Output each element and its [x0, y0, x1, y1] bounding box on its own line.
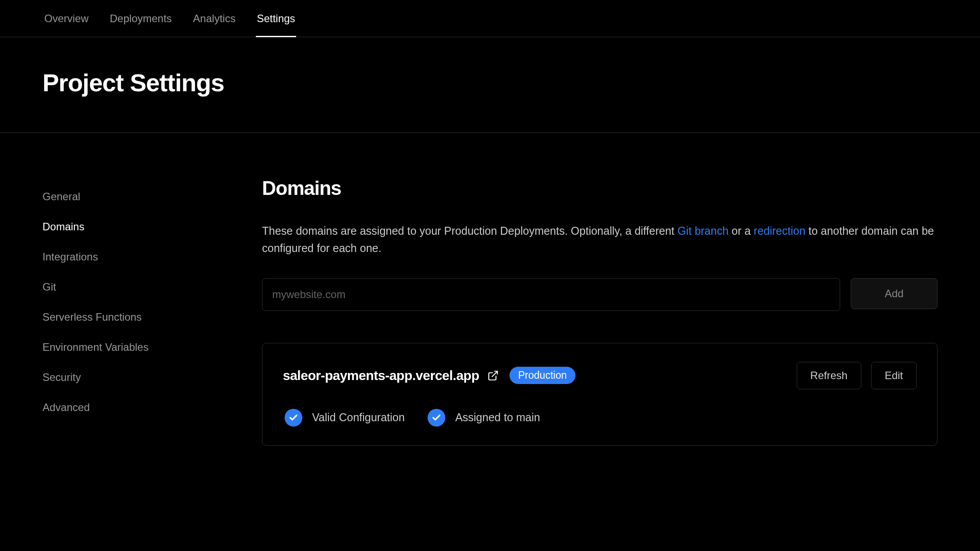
section-title: Domains [262, 177, 938, 199]
production-badge: Production [509, 367, 576, 384]
sidebar-item-general[interactable]: General [42, 182, 262, 212]
add-button[interactable]: Add [851, 278, 938, 309]
tab-settings[interactable]: Settings [257, 1, 295, 36]
description-text-mid: or a [729, 225, 754, 237]
tab-deployments[interactable]: Deployments [110, 1, 172, 36]
section-description: These domains are assigned to your Produ… [262, 222, 938, 257]
sidebar-item-advanced[interactable]: Advanced [42, 392, 262, 423]
domain-name[interactable]: saleor-payments-app.vercel.app [283, 368, 479, 383]
edit-button[interactable]: Edit [871, 362, 917, 389]
content: General Domains Integrations Git Serverl… [0, 133, 980, 446]
domain-status-row: Valid Configuration Assigned to main [283, 409, 917, 427]
sidebar-item-serverless-functions[interactable]: Serverless Functions [42, 302, 262, 332]
description-text-pre: These domains are assigned to your Produ… [262, 225, 677, 237]
link-redirection[interactable]: redirection [754, 225, 806, 237]
domain-input[interactable] [262, 278, 840, 311]
domain-card: saleor-payments-app.vercel.app Productio… [262, 343, 938, 446]
domain-card-left: saleor-payments-app.vercel.app Productio… [283, 367, 575, 384]
page-title: Project Settings [42, 68, 938, 97]
domain-card-header: saleor-payments-app.vercel.app Productio… [283, 362, 917, 389]
check-circle-icon [285, 409, 302, 427]
sidebar-item-git[interactable]: Git [42, 272, 262, 302]
external-link-icon[interactable] [487, 370, 499, 381]
status-valid-configuration: Valid Configuration [285, 409, 405, 427]
page-title-section: Project Settings [0, 37, 980, 133]
status-text: Valid Configuration [312, 411, 405, 424]
main: Domains These domains are assigned to yo… [262, 133, 938, 446]
add-domain-row: Add [262, 278, 938, 311]
sidebar-item-environment-variables[interactable]: Environment Variables [42, 332, 262, 362]
sidebar-item-integrations[interactable]: Integrations [42, 242, 262, 272]
check-circle-icon [428, 409, 445, 427]
sidebar-item-security[interactable]: Security [42, 362, 262, 392]
link-git-branch[interactable]: Git branch [677, 225, 728, 237]
status-assigned-to-main: Assigned to main [428, 409, 540, 427]
sidebar-item-domains[interactable]: Domains [42, 212, 262, 242]
tab-overview[interactable]: Overview [44, 1, 89, 36]
sidebar: General Domains Integrations Git Serverl… [42, 133, 262, 446]
status-text: Assigned to main [455, 411, 540, 424]
top-tabs: Overview Deployments Analytics Settings [0, 0, 980, 37]
svg-line-0 [492, 371, 497, 376]
refresh-button[interactable]: Refresh [797, 362, 861, 389]
tab-analytics[interactable]: Analytics [193, 1, 235, 36]
domain-card-actions: Refresh Edit [797, 362, 917, 389]
